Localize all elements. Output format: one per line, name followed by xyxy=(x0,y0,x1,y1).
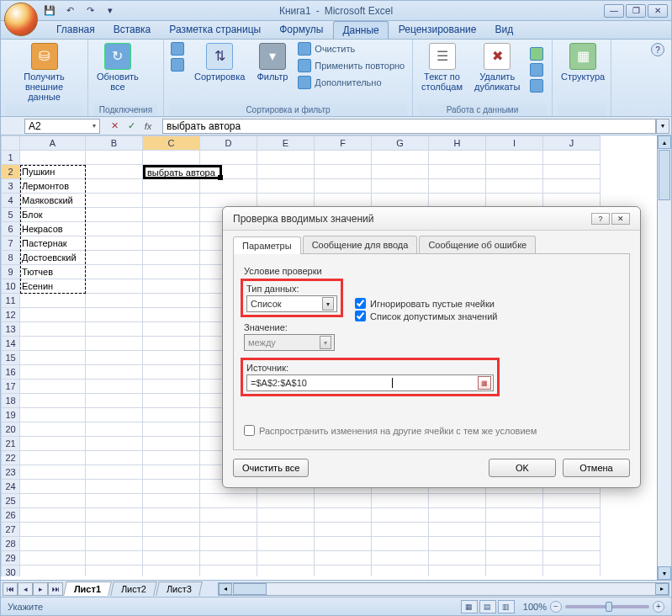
qat-dropdown[interactable]: ▾ xyxy=(102,3,119,19)
clear-all-button[interactable]: Очистить все xyxy=(233,459,309,477)
cell-A6[interactable]: Некрасов xyxy=(20,222,86,236)
row-header-28[interactable]: 28 xyxy=(2,537,20,551)
cell-E29[interactable] xyxy=(257,551,315,566)
cell-H4[interactable] xyxy=(429,194,486,208)
cell-G26[interactable] xyxy=(372,508,429,523)
row-header-15[interactable]: 15 xyxy=(2,351,20,365)
cell-A28[interactable] xyxy=(20,537,86,551)
col-header-G[interactable]: G xyxy=(372,136,429,151)
cell-H3[interactable] xyxy=(429,179,486,194)
cell-A22[interactable] xyxy=(20,451,86,465)
row-header-23[interactable]: 23 xyxy=(2,465,20,480)
cell-B16[interactable] xyxy=(86,365,143,380)
row-header-27[interactable]: 27 xyxy=(2,523,20,537)
cell-E26[interactable] xyxy=(257,508,315,523)
insert-function-button[interactable]: fx xyxy=(140,119,156,133)
ignore-blank-checkbox[interactable]: Игнорировать пустые ячейки xyxy=(355,298,497,309)
cell-D30[interactable] xyxy=(200,566,257,577)
next-sheet-button[interactable]: ▸ xyxy=(33,582,48,596)
cell-C7[interactable] xyxy=(143,236,200,251)
cell-B18[interactable] xyxy=(86,394,143,408)
formula-bar-expand[interactable]: ▾ xyxy=(656,119,669,134)
row-header-18[interactable]: 18 xyxy=(2,394,20,408)
prev-sheet-button[interactable]: ◂ xyxy=(18,582,33,596)
cell-B5[interactable] xyxy=(86,208,143,222)
cell-F28[interactable] xyxy=(315,537,372,551)
cell-H26[interactable] xyxy=(429,508,486,523)
zoom-slider[interactable] xyxy=(565,605,649,608)
cell-I26[interactable] xyxy=(486,508,543,523)
zoom-slider-knob[interactable] xyxy=(606,602,612,612)
cell-C22[interactable] xyxy=(143,451,200,465)
ok-button[interactable]: OK xyxy=(489,459,556,477)
enter-edit-button[interactable]: ✓ xyxy=(124,119,139,133)
col-header-F[interactable]: F xyxy=(315,136,372,151)
cell-D1[interactable] xyxy=(200,151,257,165)
cell-F30[interactable] xyxy=(315,566,372,577)
cell-D4[interactable] xyxy=(200,194,257,208)
cell-J27[interactable] xyxy=(543,523,601,537)
col-header-C[interactable]: C xyxy=(143,136,200,151)
vertical-scrollbar[interactable]: ▴ ▾ xyxy=(657,135,671,580)
cell-F27[interactable] xyxy=(315,523,372,537)
filter-button[interactable]: ▾ Фильтр xyxy=(253,41,291,83)
cell-E2[interactable] xyxy=(257,165,315,179)
cell-B23[interactable] xyxy=(86,465,143,480)
cell-A19[interactable] xyxy=(20,408,86,422)
cell-F26[interactable] xyxy=(315,508,372,523)
cell-A17[interactable] xyxy=(20,380,86,394)
sheet-tab-1[interactable]: Лист1 xyxy=(63,581,112,596)
cell-J25[interactable] xyxy=(543,494,601,508)
cell-G4[interactable] xyxy=(372,194,429,208)
cell-B2[interactable] xyxy=(86,165,143,179)
redo-button[interactable]: ↷ xyxy=(82,3,98,19)
hscroll-thumb[interactable] xyxy=(233,583,267,595)
row-header-26[interactable]: 26 xyxy=(2,508,20,523)
cell-I3[interactable] xyxy=(486,179,543,194)
cell-A11[interactable] xyxy=(20,294,86,308)
cell-B22[interactable] xyxy=(86,451,143,465)
cell-B1[interactable] xyxy=(86,151,143,165)
cell-A23[interactable] xyxy=(20,465,86,480)
sort-descending-button[interactable] xyxy=(169,57,186,72)
ribbon-help-button[interactable]: ? xyxy=(651,43,664,56)
cell-A10[interactable]: Есенин xyxy=(20,279,86,294)
row-header-4[interactable]: 4 xyxy=(2,194,20,208)
row-header-16[interactable]: 16 xyxy=(2,365,20,380)
cell-C18[interactable] xyxy=(143,394,200,408)
cell-F1[interactable] xyxy=(315,151,372,165)
cell-C14[interactable] xyxy=(143,337,200,351)
cell-C27[interactable] xyxy=(143,523,200,537)
sheet-tab-2[interactable]: Лист2 xyxy=(110,581,157,596)
data-validation-button[interactable] xyxy=(528,46,545,61)
cell-G29[interactable] xyxy=(372,551,429,566)
cell-C25[interactable] xyxy=(143,494,200,508)
clear-filter-button[interactable]: Очистить xyxy=(296,41,406,56)
col-header-E[interactable]: E xyxy=(257,136,315,151)
cell-A12[interactable] xyxy=(20,308,86,322)
cell-C20[interactable] xyxy=(143,422,200,437)
cell-A4[interactable]: Маяковский xyxy=(20,194,86,208)
cell-A2[interactable]: Пушкин xyxy=(20,165,86,179)
row-header-3[interactable]: 3 xyxy=(2,179,20,194)
cell-D26[interactable] xyxy=(200,508,257,523)
cell-I30[interactable] xyxy=(486,566,543,577)
cell-I29[interactable] xyxy=(486,551,543,566)
tab-data[interactable]: Данные xyxy=(333,21,388,39)
cell-A27[interactable] xyxy=(20,523,86,537)
cell-B3[interactable] xyxy=(86,179,143,194)
cell-F29[interactable] xyxy=(315,551,372,566)
cell-D28[interactable] xyxy=(200,537,257,551)
cell-B8[interactable] xyxy=(86,251,143,265)
sheet-tab-3[interactable]: Лист3 xyxy=(156,581,203,596)
cell-C19[interactable] xyxy=(143,408,200,422)
cell-B14[interactable] xyxy=(86,337,143,351)
zoom-level[interactable]: 100% xyxy=(523,602,547,612)
apply-changes-checkbox[interactable]: Распространить изменения на другие ячейк… xyxy=(244,425,619,436)
cell-C10[interactable] xyxy=(143,279,200,294)
cell-A16[interactable] xyxy=(20,365,86,380)
row-header-9[interactable]: 9 xyxy=(2,265,20,279)
cell-H27[interactable] xyxy=(429,523,486,537)
cell-F2[interactable] xyxy=(315,165,372,179)
cell-D27[interactable] xyxy=(200,523,257,537)
